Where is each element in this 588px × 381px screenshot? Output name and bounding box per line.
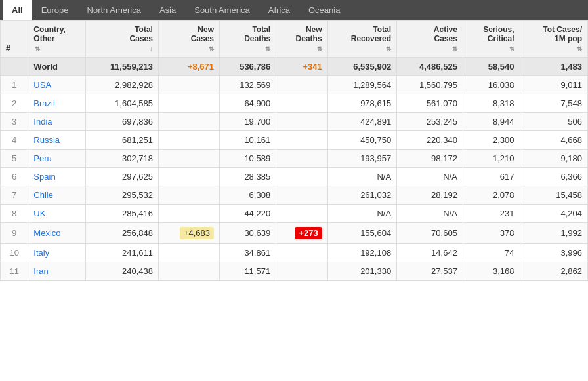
tab-south-america[interactable]: South America: [185, 0, 259, 20]
world-new-cases: +8,671: [158, 58, 219, 76]
row-new-deaths: [276, 262, 327, 281]
row-active: 253,245: [397, 113, 463, 131]
row-rank: 10: [1, 244, 28, 262]
row-total-cases: 295,532: [86, 186, 158, 205]
row-new-deaths: [276, 186, 327, 205]
row-per-million: 506: [520, 113, 587, 131]
world-total-cases: 11,559,213: [86, 58, 158, 76]
tab-europe[interactable]: Europe: [32, 0, 78, 20]
row-new-deaths: [276, 113, 327, 131]
row-serious: 231: [463, 205, 520, 223]
tab-oceania[interactable]: Oceania: [299, 0, 349, 20]
row-country: Italy: [28, 244, 86, 262]
row-new-cases: [158, 94, 219, 113]
row-per-million: 9,011: [520, 76, 587, 94]
country-link[interactable]: Russia: [33, 135, 60, 145]
sort-per-million-icon: ⇅: [577, 45, 582, 52]
row-serious: 8,944: [463, 113, 520, 131]
country-link[interactable]: Brazil: [33, 98, 55, 108]
table-row: 4 Russia 681,251 10,161 450,750 220,340 …: [1, 131, 588, 150]
sort-recovered-icon: ⇅: [386, 45, 391, 52]
row-country: Peru: [28, 150, 86, 168]
row-new-deaths: [276, 150, 327, 168]
row-rank: 3: [1, 113, 28, 131]
row-total-deaths: 28,385: [220, 168, 276, 186]
table-row: 6 Spain 297,625 28,385 N/A N/A 617 6,366: [1, 168, 588, 186]
country-link[interactable]: Peru: [33, 153, 51, 163]
sort-new-deaths-icon: ⇅: [317, 45, 322, 52]
row-new-deaths: [276, 205, 327, 223]
row-per-million: 3,996: [520, 244, 587, 262]
world-recovered: 6,535,902: [327, 58, 397, 76]
table-row: 8 UK 285,416 44,220 N/A N/A 231 4,204: [1, 205, 588, 223]
table-row: 5 Peru 302,718 10,589 193,957 98,172 1,2…: [1, 150, 588, 168]
row-total-deaths: 44,220: [220, 205, 276, 223]
data-table-wrap: # Country, Other ⇅ Total Cases ↓ New Cas…: [0, 20, 588, 281]
tab-asia[interactable]: Asia: [150, 0, 185, 20]
col-serious[interactable]: Serious, Critical ⇅: [463, 21, 520, 58]
table-row: 7 Chile 295,532 6,308 261,032 28,192 2,0…: [1, 186, 588, 205]
row-total-deaths: 11,571: [220, 262, 276, 281]
world-row: World 11,559,213 +8,671 536,786 +341 6,5…: [1, 58, 588, 76]
row-total-cases: 2,982,928: [86, 76, 158, 94]
row-new-cases: [158, 113, 219, 131]
country-link[interactable]: Chile: [33, 190, 53, 200]
row-new-deaths: [276, 168, 327, 186]
table-row: 10 Italy 241,611 34,861 192,108 14,642 7…: [1, 244, 588, 262]
table-row: 1 USA 2,982,928 132,569 1,289,564 1,560,…: [1, 76, 588, 94]
col-total-cases[interactable]: Total Cases ↓: [86, 21, 158, 58]
col-rank[interactable]: #: [1, 21, 28, 58]
table-row: 11 Iran 240,438 11,571 201,330 27,537 3,…: [1, 262, 588, 281]
covid-table: # Country, Other ⇅ Total Cases ↓ New Cas…: [0, 20, 588, 281]
col-per-million[interactable]: Tot Cases/ 1M pop ⇅: [520, 21, 587, 58]
row-country: Brazil: [28, 94, 86, 113]
row-rank: 9: [1, 223, 28, 244]
row-rank: 11: [1, 262, 28, 281]
row-total-cases: 240,438: [86, 262, 158, 281]
country-link[interactable]: India: [33, 117, 52, 127]
row-active: 27,537: [397, 262, 463, 281]
col-active-cases[interactable]: Active Cases ⇅: [397, 21, 463, 58]
row-new-deaths: [276, 244, 327, 262]
tab-all[interactable]: All: [3, 0, 32, 20]
tab-africa[interactable]: Africa: [259, 0, 299, 20]
row-serious: 2,078: [463, 186, 520, 205]
row-country: UK: [28, 205, 86, 223]
row-new-cases: [158, 262, 219, 281]
col-total-deaths[interactable]: Total Deaths ⇅: [220, 21, 276, 58]
row-recovered: N/A: [327, 205, 397, 223]
tab-bar: All Europe North America Asia South Amer…: [0, 0, 588, 20]
row-total-deaths: 19,700: [220, 113, 276, 131]
row-rank: 6: [1, 168, 28, 186]
row-active: 220,340: [397, 131, 463, 150]
country-link[interactable]: Spain: [33, 172, 55, 182]
tab-north-america[interactable]: North America: [78, 0, 150, 20]
world-total-deaths: 536,786: [220, 58, 276, 76]
row-rank: 7: [1, 186, 28, 205]
col-new-deaths[interactable]: New Deaths ⇅: [276, 21, 327, 58]
row-total-deaths: 6,308: [220, 186, 276, 205]
row-serious: 2,300: [463, 131, 520, 150]
country-link[interactable]: USA: [33, 80, 51, 90]
new-cases-badge: +4,683: [180, 227, 214, 239]
country-link[interactable]: Mexico: [33, 228, 60, 238]
row-country: Mexico: [28, 223, 86, 244]
row-active: 1,560,795: [397, 76, 463, 94]
row-active: 28,192: [397, 186, 463, 205]
sort-active-icon: ⇅: [452, 45, 457, 52]
row-rank: 8: [1, 205, 28, 223]
col-country[interactable]: Country, Other ⇅: [28, 21, 86, 58]
col-new-cases[interactable]: New Cases ⇅: [158, 21, 219, 58]
row-new-deaths: [276, 76, 327, 94]
row-per-million: 7,548: [520, 94, 587, 113]
row-active: 70,605: [397, 223, 463, 244]
row-serious: 16,038: [463, 76, 520, 94]
country-link[interactable]: Iran: [33, 266, 48, 276]
country-link[interactable]: UK: [33, 209, 45, 218]
world-country: World: [28, 58, 86, 76]
row-country: Iran: [28, 262, 86, 281]
row-serious: 3,168: [463, 262, 520, 281]
country-link[interactable]: Italy: [33, 248, 49, 258]
world-active: 4,486,525: [397, 58, 463, 76]
col-total-recovered[interactable]: Total Recovered ⇅: [327, 21, 397, 58]
